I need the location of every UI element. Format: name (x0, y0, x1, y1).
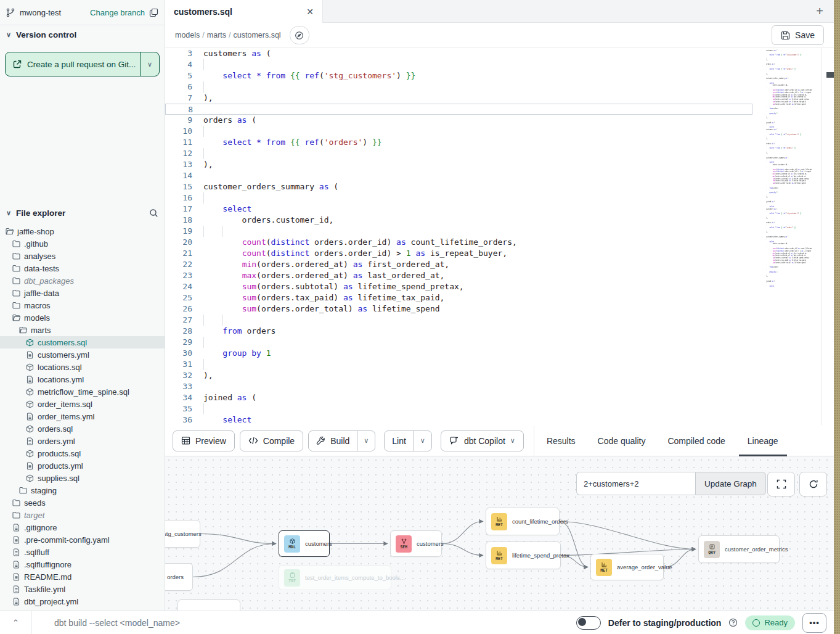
status-badge[interactable]: Ready (745, 615, 795, 630)
code-line-5[interactable]: 5 select * from {{ ref('stg_customers') … (165, 70, 834, 81)
tree-item-supplies-sql[interactable]: supplies.sql (0, 472, 165, 484)
lineage-node-sem[interactable]: SEMcustomers (390, 530, 442, 557)
code-line-32[interactable]: 32), (165, 370, 834, 381)
code-line-7[interactable]: 7), (165, 93, 834, 104)
tree-item--gitignore[interactable]: .gitignore (0, 521, 165, 533)
lineage-selector-input[interactable]: 2+customers+2 (576, 472, 695, 495)
scrollbar-handle[interactable] (826, 72, 834, 78)
tree-item-jaffle-data[interactable]: jaffle-data (0, 287, 165, 299)
tree-item--pre-commit-config-yaml[interactable]: .pre-commit-config.yaml (0, 533, 165, 546)
lineage-node-clo[interactable]: METcount_lifetime_orders (486, 508, 560, 535)
tree-item-analyses[interactable]: analyses (0, 250, 165, 262)
code-line-31[interactable]: 31 (165, 359, 834, 370)
change-branch-link[interactable]: Change branch (90, 8, 145, 17)
tree-item--github[interactable]: .github (0, 237, 165, 250)
build-caret[interactable]: ∨ (357, 431, 375, 451)
code-line-3[interactable]: 3customers as ( (165, 48, 834, 59)
lineage-node-mdl[interactable]: MDLcustomers (279, 530, 330, 557)
tree-item-products-sql[interactable]: products.sql (0, 447, 165, 459)
tab-lineage[interactable]: Lineage (748, 426, 778, 456)
copy-icon[interactable] (149, 8, 158, 17)
refresh-icon[interactable] (799, 472, 827, 496)
code-line-34[interactable]: 34joined as ( (165, 392, 834, 403)
code-line-36[interactable]: 36 select (165, 414, 834, 426)
tree-item--sqlfluffignore[interactable]: .sqlfluffignore (0, 558, 165, 570)
command-input[interactable]: dbt build --select <model_name> (54, 618, 180, 628)
tree-item-models[interactable]: models (0, 311, 165, 324)
tree-item-marts[interactable]: marts (0, 324, 165, 336)
code-line-36[interactable]: 36 select (760, 285, 811, 287)
code-line-17[interactable]: 17 select (165, 204, 834, 215)
version-control-header[interactable]: ∨ Version control (0, 25, 165, 42)
code-line-26[interactable]: 26 sum(orders.order_total) as lifetime_s… (165, 303, 834, 315)
code-line-28[interactable]: 28 from orders (165, 326, 834, 337)
code-line-20[interactable]: 20 count(distinct orders.order_id) as co… (165, 237, 834, 248)
fullscreen-button[interactable] (767, 472, 795, 496)
tree-item-locations-yml[interactable]: locations.yml (0, 373, 165, 385)
code-line-35[interactable]: 35 (165, 403, 834, 414)
code-line-16[interactable]: 16 (165, 192, 834, 204)
tree-item-metricflow-time-spine-sql[interactable]: metricflow_time_spine.sql (0, 385, 165, 398)
defer-toggle[interactable] (576, 616, 601, 630)
lineage-node-lsp[interactable]: METlifetime_spend_pretax (486, 541, 561, 569)
tree-item-order-items-sql[interactable]: order_items.sql (0, 398, 165, 410)
tree-item-orders-yml[interactable]: orders.yml (0, 435, 165, 447)
preview-button[interactable]: Preview (173, 430, 235, 451)
lint-main[interactable]: Lint (385, 431, 414, 451)
code-line-4[interactable]: 4 (165, 59, 834, 70)
build-main[interactable]: Build (309, 431, 357, 451)
tree-item-macros[interactable]: macros (0, 299, 165, 311)
code-line-14[interactable]: 14 (165, 170, 834, 181)
tree-item-locations-sql[interactable]: locations.sql (0, 361, 165, 373)
code-line-19[interactable]: 19 (165, 226, 834, 237)
code-line-23[interactable]: 23 max(orders.ordered_at) as last_ordere… (165, 270, 834, 281)
code-line-15[interactable]: 15customer_orders_summary as ( (165, 181, 834, 192)
code-line-6[interactable]: 6 (165, 81, 834, 93)
code-line-10[interactable]: 10 (165, 126, 834, 137)
code-line-11[interactable]: 11 select * from {{ ref('orders') }} (165, 137, 834, 148)
file-explorer-header[interactable]: ∨ File explorer (0, 205, 165, 221)
compile-button[interactable]: Compile (240, 430, 303, 451)
code-line-18[interactable]: 18 orders.customer_id, (165, 215, 834, 226)
tree-item-order-items-yml[interactable]: order_items.yml (0, 410, 165, 422)
tree-item-target[interactable]: target (0, 509, 165, 521)
search-icon[interactable] (149, 208, 158, 218)
code-line-30[interactable]: 30 group by 1 (165, 348, 834, 359)
lint-caret[interactable]: ∨ (414, 431, 431, 451)
code-line-22[interactable]: 22 min(orders.ordered_at) as first_order… (165, 259, 834, 270)
create-pr-caret[interactable]: ∨ (141, 52, 159, 76)
tree-item-seeds[interactable]: seeds (0, 496, 165, 509)
code-line-24[interactable]: 24 sum(orders.subtotal) as lifetime_spen… (165, 281, 834, 292)
tree-item-data-tests[interactable]: data-tests (0, 262, 165, 274)
create-pr-main[interactable]: Create a pull request on Git... (6, 52, 141, 76)
lineage-node-aov[interactable]: METaverage_order_value (590, 554, 664, 580)
lineage-node-tst[interactable]: TSTtest_order_items_compute_to_bools... (279, 565, 391, 590)
tree-item-customers-yml[interactable]: customers.yml (0, 348, 165, 361)
code-line-33[interactable]: 33 (165, 381, 834, 392)
update-graph-button[interactable]: Update Graph (695, 472, 766, 495)
code-line-29[interactable]: 29 (165, 337, 834, 348)
tree-item-dbt-packages[interactable]: dbt_packages (0, 274, 165, 287)
code-line-12[interactable]: 12 (165, 148, 834, 159)
dbt-copilot-button[interactable]: dbt Copilot ∨ (441, 430, 524, 451)
lineage-node-stg[interactable]: MDLstg_customers (165, 520, 200, 548)
tab-results[interactable]: Results (547, 426, 576, 456)
new-tab-button[interactable]: + (805, 0, 834, 22)
tab-code-quality[interactable]: Code quality (598, 426, 646, 456)
tree-item-products-yml[interactable]: products.yml (0, 459, 165, 472)
minimap[interactable]: 3customers as (45 select * from {{ ref('… (760, 49, 812, 296)
tree-item-orders-sql[interactable]: orders.sql (0, 422, 165, 435)
lineage-node-qry[interactable]: QRYcustomer_order_metrics (698, 535, 780, 563)
help-icon[interactable] (728, 618, 738, 627)
tab-customers-sql[interactable]: customers.sql ✕ (165, 0, 323, 23)
lineage-node-clip[interactable] (177, 599, 240, 611)
tree-item-customers-sql[interactable]: customers.sql (0, 336, 165, 348)
tree-item-jaffle-shop[interactable]: jaffle-shop (0, 225, 165, 237)
tree-item-readme-md[interactable]: README.md (0, 570, 165, 583)
close-icon[interactable]: ✕ (306, 7, 314, 17)
code-line-21[interactable]: 21 count(distinct orders.order_id) > 1 a… (165, 248, 834, 259)
collapse-icon[interactable]: ⌃ (0, 618, 31, 627)
more-menu-button[interactable]: ••• (802, 613, 826, 633)
code-line-13[interactable]: 13), (165, 159, 834, 170)
tree-item-taskfile-yml[interactable]: Taskfile.yml (0, 583, 165, 595)
